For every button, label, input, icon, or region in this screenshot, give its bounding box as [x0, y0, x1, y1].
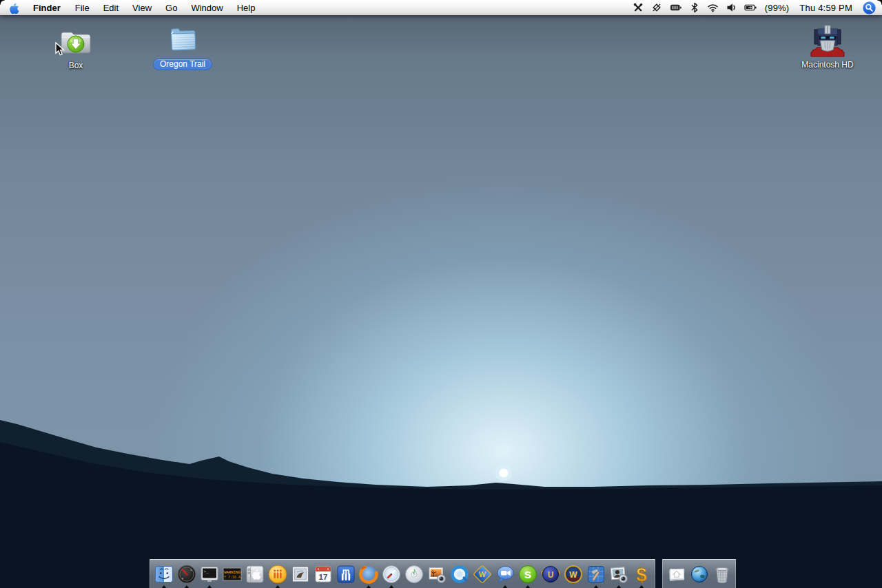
dock-blue-globe[interactable] — [688, 560, 710, 588]
running-indicator — [639, 585, 644, 588]
sun-glow — [495, 465, 512, 481]
svg-text:WARNING: WARNING — [224, 570, 240, 575]
desktop-icon-oregon-trail[interactable]: Oregon Trail — [150, 21, 216, 70]
menu-view[interactable]: View — [125, 0, 158, 15]
bluetooth-icon[interactable] — [690, 0, 699, 15]
crossed-tools-icon[interactable] — [633, 0, 644, 15]
battery-charging-icon[interactable] — [744, 0, 757, 15]
menu-go[interactable]: Go — [158, 0, 184, 15]
dock-calendar[interactable]: 17 — [311, 560, 334, 588]
menu-clock[interactable]: Thu 4:59 PM — [797, 3, 855, 13]
dock-grey-apple-box[interactable] — [243, 560, 266, 588]
dock-wow-ring-w[interactable]: W — [562, 560, 584, 588]
dock-dashboard-gauge[interactable] — [175, 560, 198, 588]
menu-file[interactable]: File — [68, 0, 96, 15]
dock: >_ WARNING Y 7:36 A — [150, 559, 736, 588]
svg-text:Y 7:36 A: Y 7:36 A — [223, 576, 240, 580]
dock-safari-compass[interactable] — [380, 560, 402, 588]
dock-xcode-hammer[interactable] — [584, 560, 607, 588]
running-indicator — [275, 585, 280, 588]
dock-ichat-bubble[interactable] — [493, 560, 516, 588]
dock-finder[interactable] — [152, 560, 175, 588]
dock-blue-m-app[interactable]: m — [334, 560, 357, 588]
running-indicator — [184, 585, 189, 588]
menu-help[interactable]: Help — [230, 0, 263, 15]
running-indicator — [161, 585, 167, 588]
dock-quicktime-q[interactable] — [448, 560, 471, 588]
desktop-icon-box[interactable]: Box — [43, 23, 109, 71]
dock-trash-empty[interactable] — [710, 560, 733, 588]
running-indicator — [525, 585, 531, 588]
svg-text:S: S — [524, 568, 531, 580]
screen-corner-right — [877, 0, 882, 5]
battery-percent[interactable]: (99%) — [765, 3, 790, 13]
running-indicator — [502, 585, 508, 588]
svg-text:>_: >_ — [203, 569, 209, 574]
dock-dollar-app[interactable]: $ — [630, 560, 653, 588]
running-indicator — [389, 585, 394, 588]
svg-text:U: U — [547, 569, 553, 579]
dock-blue-diamond-w[interactable]: W — [471, 560, 493, 588]
dock-iphoto[interactable] — [425, 560, 448, 588]
menu-window[interactable]: Window — [184, 0, 229, 15]
dock-right-panel — [662, 559, 736, 588]
dock-itunes-disc[interactable]: ♪ — [402, 560, 425, 588]
svg-text:$: $ — [636, 565, 646, 585]
wifi-icon[interactable] — [707, 0, 719, 15]
dock-firefox[interactable] — [357, 560, 380, 588]
dock-lcd-warning-display[interactable]: WARNING Y 7:36 A — [220, 560, 243, 588]
svg-text:17: 17 — [318, 573, 327, 581]
dock-blue-orb-u[interactable]: U — [539, 560, 562, 588]
optimus-prime-drive-icon — [810, 22, 845, 58]
svg-text:m: m — [342, 566, 349, 576]
wallpaper-terrain — [0, 0, 882, 588]
icon-label: Box — [69, 61, 83, 71]
desktop-icon-macintosh-hd[interactable]: Macintosh HD — [794, 22, 861, 70]
svg-text:W: W — [569, 569, 577, 579]
blue-folder-icon — [165, 21, 201, 56]
running-indicator — [616, 585, 622, 588]
sun — [500, 469, 509, 478]
keyboard-battery-icon[interactable] — [670, 0, 682, 15]
running-indicator — [593, 585, 599, 588]
menu-edit[interactable]: Edit — [96, 0, 125, 15]
dock-skype[interactable]: S — [516, 560, 539, 588]
menu-bar: Finder File Edit View Go Window Help — [0, 0, 882, 15]
dock-home-stack[interactable] — [665, 560, 688, 588]
menu-app-finder[interactable]: Finder — [25, 0, 68, 15]
dock-photo-booth[interactable] — [607, 560, 630, 588]
icon-label: Macintosh HD — [801, 60, 853, 70]
apple-logo-icon — [10, 2, 19, 14]
dock-gold-coin-iii[interactable] — [266, 560, 289, 588]
dock-terminal[interactable]: >_ — [198, 560, 220, 588]
dock-mail-stamp[interactable] — [289, 560, 311, 588]
diamond-pen-icon[interactable] — [651, 0, 662, 15]
spotlight-icon[interactable] — [863, 0, 876, 15]
svg-text:♪: ♪ — [412, 565, 416, 575]
running-indicator — [366, 585, 371, 588]
screen-corner-left — [0, 0, 5, 5]
download-folder-icon — [58, 23, 94, 59]
dock-apps-panel: >_ WARNING Y 7:36 A — [150, 559, 655, 588]
icon-label-selected: Oregon Trail — [153, 59, 212, 70]
svg-text:W: W — [478, 570, 486, 578]
desktop: Finder File Edit View Go Window Help — [0, 0, 882, 588]
running-indicator — [207, 585, 212, 588]
volume-icon[interactable] — [726, 0, 737, 15]
